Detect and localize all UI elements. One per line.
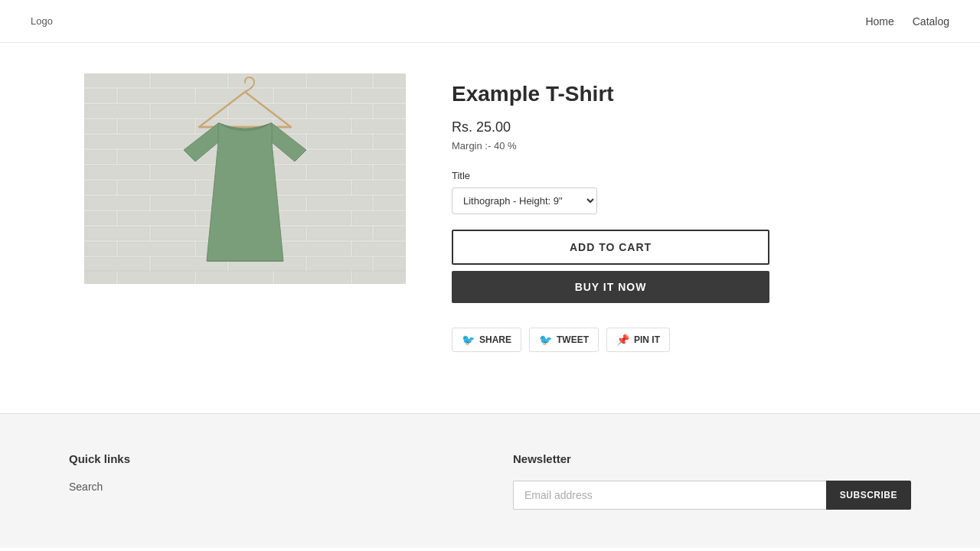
svg-rect-60 [352, 242, 406, 256]
product-image-container [84, 73, 406, 284]
svg-rect-45 [374, 196, 406, 210]
svg-rect-66 [84, 271, 116, 284]
pinterest-icon: 📌 [616, 334, 629, 346]
svg-rect-70 [352, 271, 406, 284]
svg-rect-36 [84, 181, 116, 194]
svg-rect-1 [84, 73, 149, 87]
svg-rect-40 [352, 181, 406, 194]
svg-rect-39 [274, 181, 351, 194]
newsletter-form: SUBSCRIBE [513, 481, 911, 510]
svg-rect-2 [151, 73, 227, 87]
svg-rect-56 [84, 242, 116, 256]
svg-rect-37 [118, 181, 194, 194]
svg-rect-67 [118, 271, 194, 284]
site-footer: Quick links Search Newsletter SUBSCRIBE [0, 413, 980, 548]
svg-rect-10 [352, 89, 406, 103]
svg-rect-69 [274, 271, 351, 284]
site-header: Logo Home Catalog [0, 0, 980, 43]
svg-rect-9 [274, 89, 351, 103]
subscribe-button[interactable]: SUBSCRIBE [826, 481, 911, 510]
product-image [84, 73, 406, 284]
main-content: Example T-Shirt Rs. 25.00 Margin :- 40 %… [69, 43, 911, 383]
nav-catalog[interactable]: Catalog [913, 15, 949, 28]
svg-rect-59 [274, 242, 351, 256]
svg-rect-5 [374, 73, 406, 87]
svg-rect-14 [307, 104, 372, 118]
svg-rect-30 [352, 150, 406, 164]
title-label: Title [452, 170, 896, 181]
twitter-share-label: TWEET [557, 334, 589, 345]
product-image-svg [84, 73, 406, 284]
product-price: Rs. 25.00 [452, 119, 896, 135]
main-nav: Home Catalog [865, 15, 949, 28]
svg-rect-55 [374, 227, 406, 240]
site-logo: Logo [31, 15, 53, 27]
nav-home[interactable]: Home [865, 15, 893, 28]
twitter-icon: 🐦 [539, 334, 552, 346]
buy-it-now-button[interactable]: BUY IT NOW [452, 271, 769, 303]
svg-rect-64 [307, 257, 372, 271]
svg-rect-21 [84, 135, 149, 148]
svg-rect-12 [151, 104, 227, 118]
footer-search-link[interactable]: Search [69, 481, 467, 493]
svg-rect-35 [374, 165, 406, 179]
svg-rect-44 [307, 196, 372, 210]
facebook-icon: 🐦 [462, 334, 475, 346]
pinterest-share-button[interactable]: 📌 PIN IT [606, 328, 670, 352]
title-select[interactable]: Lithograph - Height: 9" x Width: [452, 187, 597, 214]
svg-rect-25 [374, 135, 406, 148]
svg-rect-54 [307, 227, 372, 240]
footer-inner: Quick links Search Newsletter SUBSCRIBE [69, 452, 911, 510]
newsletter-section: Newsletter SUBSCRIBE [513, 452, 911, 510]
svg-rect-27 [118, 150, 194, 164]
facebook-share-button[interactable]: 🐦 SHARE [452, 328, 521, 352]
product-margin: Margin :- 40 % [452, 140, 896, 152]
social-share: 🐦 SHARE 🐦 TWEET 📌 PIN IT [452, 328, 896, 352]
svg-rect-47 [118, 211, 194, 225]
svg-rect-7 [118, 89, 194, 103]
svg-rect-6 [84, 89, 116, 103]
svg-rect-68 [196, 271, 273, 284]
svg-rect-65 [374, 257, 406, 271]
svg-rect-34 [307, 165, 372, 179]
twitter-share-button[interactable]: 🐦 TWEET [529, 328, 599, 352]
svg-rect-31 [84, 165, 149, 179]
svg-rect-26 [84, 150, 116, 164]
quick-links-section: Quick links Search [69, 452, 467, 510]
newsletter-heading: Newsletter [513, 452, 911, 465]
product-title: Example T-Shirt [452, 81, 896, 107]
svg-rect-16 [84, 119, 116, 133]
newsletter-email-input[interactable] [513, 481, 826, 510]
product-details: Example T-Shirt Rs. 25.00 Margin :- 40 %… [452, 73, 896, 352]
svg-rect-3 [229, 73, 305, 87]
svg-rect-51 [84, 227, 149, 240]
svg-rect-41 [84, 196, 149, 210]
quick-links-heading: Quick links [69, 452, 467, 465]
svg-rect-49 [274, 211, 351, 225]
svg-rect-61 [84, 257, 149, 271]
svg-rect-57 [118, 242, 194, 256]
svg-rect-11 [84, 104, 149, 118]
svg-rect-4 [307, 73, 372, 87]
svg-rect-17 [118, 119, 194, 133]
svg-rect-46 [84, 211, 116, 225]
svg-rect-20 [352, 119, 406, 133]
svg-rect-13 [229, 104, 305, 118]
facebook-share-label: SHARE [479, 334, 511, 345]
svg-rect-24 [307, 135, 372, 148]
pinterest-share-label: PIN IT [634, 334, 660, 345]
svg-rect-15 [374, 104, 406, 118]
add-to-cart-button[interactable]: ADD TO CART [452, 230, 769, 265]
svg-rect-50 [352, 211, 406, 225]
